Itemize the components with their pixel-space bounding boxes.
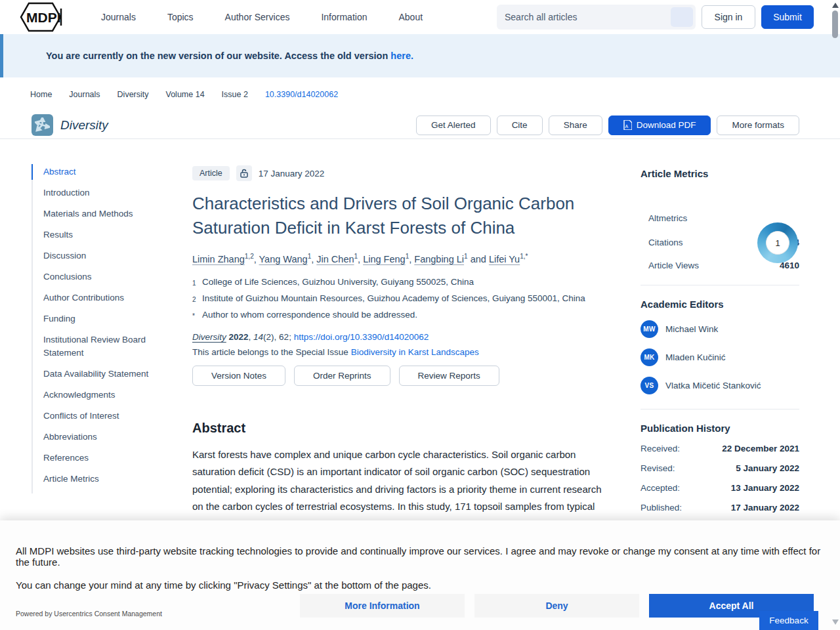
editor-avatar: MW: [640, 320, 658, 338]
toc-item-article-metrics[interactable]: Article Metrics: [43, 472, 185, 486]
toc-item-acknowledgments[interactable]: Acknowledgments: [43, 388, 185, 402]
cookie-consent-banner: All MDPI websites use third-party websit…: [0, 520, 840, 630]
breadcrumb-diversity[interactable]: Diversity: [117, 90, 149, 99]
scroll-down-arrow-icon[interactable]: [832, 620, 839, 625]
author-link[interactable]: Jin Chen: [316, 254, 354, 264]
get-alerted-button[interactable]: Get Alerted: [416, 116, 491, 135]
open-access-icon: [236, 165, 252, 181]
toc-item-conflicts[interactable]: Conflicts of Interest: [43, 410, 185, 423]
feedback-button[interactable]: Feedback: [759, 611, 818, 630]
breadcrumb-journals[interactable]: Journals: [69, 90, 100, 99]
top-navigation-bar: MDPI Journals Topics Author Services Inf…: [0, 0, 840, 34]
toc-item-funding[interactable]: Funding: [43, 312, 185, 326]
author-affil-sup: 1,*: [520, 253, 528, 260]
toc-item-abbreviations[interactable]: Abbreviations: [43, 430, 185, 444]
nav-about[interactable]: About: [383, 5, 438, 29]
deny-button[interactable]: Deny: [474, 594, 639, 618]
submit-button[interactable]: Submit: [761, 5, 814, 29]
history-label: Revised:: [640, 463, 675, 473]
scroll-up-arrow-icon[interactable]: [832, 3, 839, 8]
search-input[interactable]: [497, 12, 671, 22]
abstract-heading: Abstract: [192, 421, 614, 436]
review-reports-button[interactable]: Review Reports: [399, 366, 499, 386]
author-sep: and: [468, 254, 489, 264]
main-nav: Journals Topics Author Services Informat…: [85, 5, 438, 29]
affiliations: 1College of Life Sciences, Guizhou Unive…: [192, 274, 614, 324]
altmetric-donut-badge[interactable]: 1: [757, 222, 798, 263]
editor-name: Michael Wink: [665, 324, 718, 334]
affil-text: College of Life Sciences, Guizhou Univer…: [202, 274, 474, 291]
order-reprints-button[interactable]: Order Reprints: [294, 366, 390, 386]
nav-topics[interactable]: Topics: [152, 5, 209, 29]
vertical-scrollbar[interactable]: [831, 0, 840, 630]
more-formats-button[interactable]: More formats: [717, 116, 799, 135]
more-information-button[interactable]: More Information: [300, 594, 465, 618]
special-issue-line: This article belongs to the Special Issu…: [192, 347, 614, 357]
author-link[interactable]: Limin Zhang: [192, 254, 245, 264]
citation-journal-link[interactable]: Diversity: [192, 332, 226, 342]
scrollbar-thumb[interactable]: [832, 10, 838, 38]
download-pdf-button[interactable]: A Download PDF: [608, 116, 711, 135]
nav-information[interactable]: Information: [305, 5, 383, 29]
share-button[interactable]: Share: [549, 116, 602, 135]
breadcrumb-home[interactable]: Home: [30, 90, 52, 99]
download-pdf-label: Download PDF: [637, 120, 696, 130]
author-link[interactable]: Ling Feng: [363, 254, 406, 264]
breadcrumb: Home Journals Diversity Volume 14 Issue …: [0, 77, 840, 112]
toc-item-references[interactable]: References: [43, 452, 185, 465]
history-row-published: Published: 17 January 2022: [640, 503, 799, 513]
history-value: 13 January 2022: [731, 483, 799, 493]
cookie-text-line2: You can change your mind at any time by …: [0, 568, 840, 591]
search-button[interactable]: [671, 7, 693, 27]
toc-item-discussion[interactable]: Discussion: [43, 249, 185, 262]
history-row-received: Received: 22 December 2021: [640, 444, 799, 453]
diversity-journal-icon[interactable]: [32, 114, 53, 136]
divider: [640, 409, 799, 410]
toc-item-introduction[interactable]: Introduction: [43, 186, 185, 200]
nav-author-services[interactable]: Author Services: [209, 5, 306, 29]
affil-text: Author to whom correspondence should be …: [202, 307, 417, 324]
special-issue-link[interactable]: Biodiversity in Karst Landscapes: [351, 347, 479, 357]
toc-item-author-contributions[interactable]: Author Contributions: [43, 291, 185, 304]
breadcrumb-volume[interactable]: Volume 14: [166, 90, 205, 99]
editor-row[interactable]: MK Mladen Kučinić: [640, 348, 799, 366]
editor-row[interactable]: MW Michael Wink: [640, 320, 799, 338]
sign-in-button[interactable]: Sign in: [702, 5, 755, 29]
toc-item-results[interactable]: Results: [43, 228, 185, 242]
article-toolbar: Get Alerted Cite Share A Download PDF Mo…: [416, 116, 799, 135]
author-link[interactable]: Yang Wang: [259, 254, 308, 264]
notice-text: You are currently on the new version of …: [46, 51, 390, 61]
editor-name: Mladen Kučinić: [665, 352, 726, 362]
svg-text:MDPI: MDPI: [26, 10, 61, 25]
editor-row[interactable]: VS Vlatka Mičetić Stanković: [640, 377, 799, 394]
affiliation-row: 1College of Life Sciences, Guizhou Unive…: [192, 274, 614, 291]
toc-item-materials-methods[interactable]: Materials and Methods: [43, 207, 185, 220]
mdpi-logo[interactable]: MDPI: [20, 2, 67, 32]
doi-link[interactable]: https://doi.org/10.3390/d14020062: [294, 332, 429, 342]
version-notice-banner: You are currently on the new version of …: [0, 34, 840, 77]
old-version-link[interactable]: here.: [390, 51, 413, 61]
history-value: 22 December 2021: [722, 444, 799, 453]
special-issue-prefix: This article belongs to the Special Issu…: [192, 347, 351, 357]
author-sep: ,: [254, 254, 259, 264]
header-actions: Sign in Submit: [497, 5, 814, 30]
author-link[interactable]: Lifei Yu: [489, 254, 520, 264]
toc-item-data-availability[interactable]: Data Availability Statement: [43, 368, 185, 381]
breadcrumb-issue[interactable]: Issue 2: [222, 90, 248, 99]
toc-item-irb-statement[interactable]: Institutional Review Board Statement: [43, 333, 185, 360]
nav-journals[interactable]: Journals: [85, 5, 152, 29]
toc-item-conclusions[interactable]: Conclusions: [43, 270, 185, 284]
search-box: [497, 5, 696, 30]
affiliation-row: *Author to whom correspondence should be…: [192, 307, 614, 324]
history-row-accepted: Accepted: 13 January 2022: [640, 483, 799, 493]
version-notes-button[interactable]: Version Notes: [192, 366, 285, 386]
article-action-buttons: Version Notes Order Reprints Review Repo…: [192, 366, 614, 386]
author-affil-sup: 1,2: [245, 253, 254, 260]
cite-button[interactable]: Cite: [497, 116, 543, 135]
breadcrumb-doi-link[interactable]: 10.3390/d14020062: [265, 90, 338, 99]
toc-item-abstract[interactable]: Abstract: [43, 165, 185, 178]
journal-title[interactable]: Diversity: [60, 118, 108, 133]
pdf-icon: A: [623, 120, 632, 130]
svg-text:A: A: [625, 124, 628, 129]
author-link[interactable]: Fangbing Li: [414, 254, 464, 264]
